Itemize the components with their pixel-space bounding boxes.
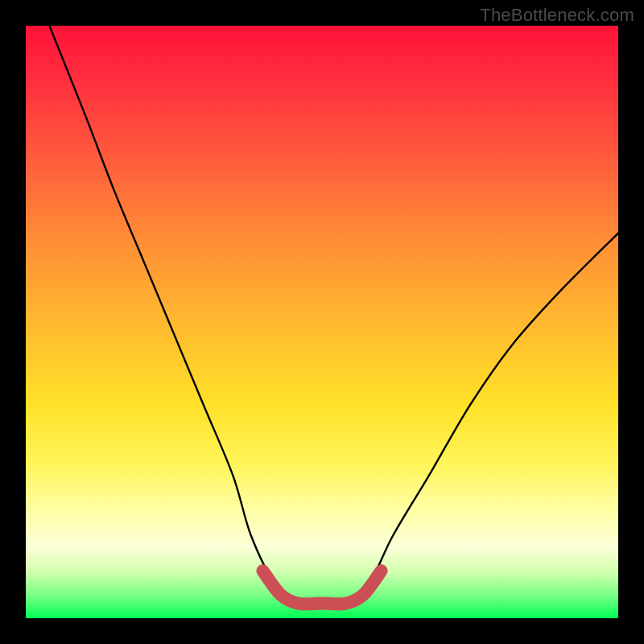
chart-frame: TheBottleneck.com	[0, 0, 644, 644]
black-curve	[49, 26, 618, 602]
curve-layer	[26, 26, 618, 618]
watermark-text: TheBottleneck.com	[480, 5, 634, 26]
red-trough	[262, 571, 381, 604]
plot-area	[26, 26, 618, 618]
